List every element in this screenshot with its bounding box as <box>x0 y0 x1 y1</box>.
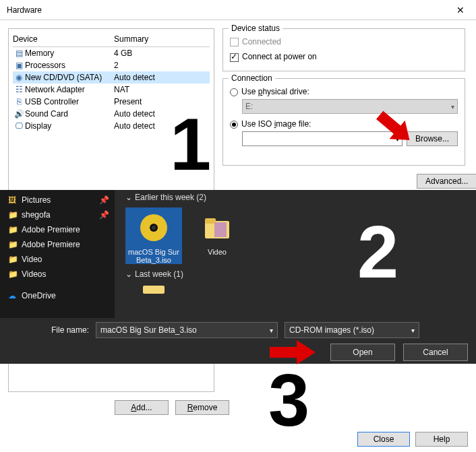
radio-icon <box>230 88 238 96</box>
checkbox-icon <box>230 53 239 62</box>
connection-legend: Connection <box>229 73 275 83</box>
sidebar-item[interactable]: 📁shegofa📌 <box>0 207 115 222</box>
cloud-icon: ☁ <box>8 291 22 300</box>
connected-label: Connected <box>242 37 281 46</box>
radio-icon <box>230 121 238 129</box>
remove-button[interactable]: Remove <box>175 400 229 415</box>
device-summary: Auto detect <box>114 73 155 82</box>
chevron-down-icon: ▾ <box>396 135 399 143</box>
device-row[interactable]: ◉ New CD/DVD (SATA) Auto detect <box>13 71 210 84</box>
disc-icon <box>135 209 173 247</box>
chevron-down-icon: ▾ <box>411 327 415 334</box>
browse-button[interactable]: Browse... <box>407 131 458 146</box>
cd-icon: ◉ <box>13 73 25 82</box>
chevron-down-icon: ▾ <box>451 103 454 110</box>
window-title: Hardware <box>7 5 445 15</box>
chevron-down-icon: ▾ <box>270 327 273 334</box>
folder-icon: 📁 <box>8 255 22 264</box>
sidebar-label: Pictures <box>22 195 51 205</box>
connect-poweron-label: Connect at power on <box>242 52 317 61</box>
add-button[interactable]: AAdd...dd... <box>115 400 169 415</box>
device-status-legend: Device status <box>229 24 282 33</box>
net-icon: ☷ <box>13 85 25 94</box>
cancel-button[interactable]: Cancel <box>403 344 468 361</box>
sidebar-item[interactable]: 🖼Pictures📌 <box>0 193 115 207</box>
open-button[interactable]: Open <box>330 344 395 361</box>
device-row[interactable]: 🔊 Sound Card Auto detect <box>13 108 210 120</box>
sound-icon: 🔊 <box>13 109 25 119</box>
device-summary: NAT <box>114 85 129 94</box>
svg-rect-4 <box>205 218 216 224</box>
memory-icon: ▤ <box>13 49 25 58</box>
device-row[interactable]: ▤ Memory 4 GB <box>13 47 210 59</box>
device-row[interactable]: ⎘ USB Controller Present <box>13 96 210 108</box>
iso-path-input[interactable]: ▾ <box>242 131 403 146</box>
dialog-buttons: Close Help <box>357 432 468 447</box>
device-name: Display <box>25 121 114 131</box>
filetype-select[interactable]: CD-ROM images (*.iso)▾ <box>285 322 419 338</box>
svg-rect-5 <box>214 222 227 237</box>
display-icon: 🖵 <box>13 121 25 131</box>
folder-icon <box>135 286 173 294</box>
sidebar-label: Video <box>22 255 42 264</box>
folder-icon: 📁 <box>8 225 22 234</box>
use-physical-radio[interactable]: Use physical drive: <box>223 84 465 99</box>
device-row[interactable]: ▣ Processors 2 <box>13 59 210 71</box>
device-row[interactable]: 🖵 Display Auto detect <box>13 120 210 132</box>
files-area: ⌄Earlier this week (2) macOS Big Sur Bet… <box>121 190 476 309</box>
device-buttons: AAdd...dd... Remove <box>115 400 229 415</box>
svg-rect-6 <box>143 286 165 294</box>
sidebar-label: Videos <box>22 269 46 279</box>
col-summary: Summary <box>114 34 148 44</box>
file-label: Video <box>189 248 245 256</box>
folder-icon <box>198 209 236 247</box>
svg-point-2 <box>152 226 156 230</box>
filetype-value: CD-ROM images (*.iso) <box>289 325 374 335</box>
col-device: Device <box>13 34 114 44</box>
sidebar-item[interactable]: 📁Adobe Premiere <box>0 237 115 252</box>
sidebar-item[interactable]: 📁Video <box>0 252 115 267</box>
drive-value: E: <box>245 102 253 111</box>
sidebar-item[interactable]: 📁Videos <box>0 267 115 282</box>
help-button[interactable]: Help <box>415 432 468 447</box>
file-item-iso[interactable]: macOS Big Sur Beta_3.iso <box>125 207 182 264</box>
usb-icon: ⎘ <box>13 97 25 106</box>
filename-value: macOS Big Sur Beta_3.iso <box>100 325 197 335</box>
physical-drive-select: E:▾ <box>242 99 458 114</box>
sidebar-label: Adobe Premiere <box>22 225 80 234</box>
picker-sidebar: 🖼Pictures📌 📁shegofa📌 📁Adobe Premiere 📁Ad… <box>0 190 115 318</box>
cpu-icon: ▣ <box>13 61 25 70</box>
close-icon[interactable]: ✕ <box>445 0 476 20</box>
sidebar-item-onedrive[interactable]: ☁OneDrive <box>0 288 115 303</box>
group-header[interactable]: ⌄Last week (1) <box>121 267 476 282</box>
advanced-button[interactable]: Advanced... <box>417 174 476 189</box>
picker-bottom: File name: macOS Big Sur Beta_3.iso▾ CD-… <box>0 318 476 364</box>
device-name: Processors <box>25 61 114 70</box>
device-summary: 4 GB <box>114 49 132 58</box>
sidebar-label: OneDrive <box>22 291 56 300</box>
sidebar-label: Adobe Premiere <box>22 240 80 249</box>
folder-icon: 📁 <box>8 210 22 220</box>
chevron-down-icon: ⌄ <box>125 193 132 202</box>
filename-input[interactable]: macOS Big Sur Beta_3.iso▾ <box>96 322 278 338</box>
chevron-down-icon: ⌄ <box>125 269 132 279</box>
file-item-folder[interactable] <box>125 284 182 295</box>
titlebar: Hardware ✕ <box>0 0 476 20</box>
sidebar-item[interactable]: 📁Adobe Premiere <box>0 222 115 237</box>
group-header[interactable]: ⌄Earlier this week (2) <box>121 190 476 205</box>
connected-checkbox: Connected <box>223 34 465 49</box>
device-row[interactable]: ☷ Network Adapter NAT <box>13 84 210 96</box>
close-button[interactable]: Close <box>357 432 410 447</box>
folder-icon: 📁 <box>8 240 22 249</box>
use-iso-label: Use ISO image file: <box>241 119 311 129</box>
device-name: Memory <box>25 49 114 58</box>
file-label: macOS Big Sur Beta_3.iso <box>125 248 182 264</box>
folder-icon: 📁 <box>8 269 22 279</box>
connection-group: Connection Use physical drive: E:▾ Use I… <box>222 78 465 166</box>
file-item-folder[interactable]: Video <box>189 207 245 264</box>
use-iso-radio[interactable]: Use ISO image file: <box>223 117 465 131</box>
device-summary: Present <box>114 97 142 106</box>
checkbox-icon <box>230 38 239 46</box>
connect-at-poweron-checkbox[interactable]: Connect at power on <box>223 49 465 64</box>
device-name: Network Adapter <box>25 85 114 94</box>
